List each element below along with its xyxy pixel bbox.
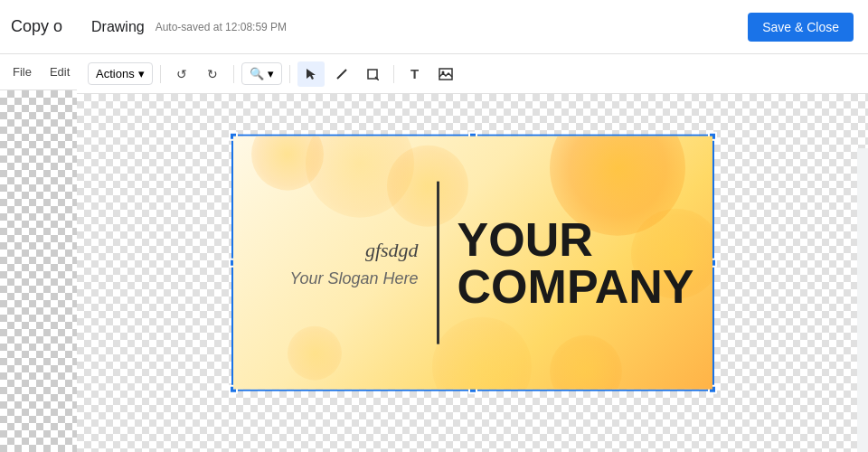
- svg-marker-0: [307, 69, 316, 80]
- redo-drawing-button[interactable]: ↻: [199, 61, 226, 87]
- redo-drawing-icon: ↻: [207, 67, 218, 81]
- autosaved-text: Auto-saved at 12:08:59 PM: [156, 21, 287, 33]
- separator-1: [160, 65, 161, 83]
- company-name-small: gfsdgd: [251, 238, 419, 261]
- shapes-tool-button[interactable]: [359, 61, 386, 87]
- separator-3: [289, 65, 290, 83]
- zoom-icon: 🔍: [250, 67, 264, 80]
- drawing-header: Drawing Auto-saved at 12:08:59 PM Save &…: [77, 0, 868, 54]
- card-left: gfsdgd Your Slogan Here: [233, 220, 437, 306]
- shapes-icon: [366, 68, 379, 80]
- separator-2: [233, 65, 234, 83]
- actions-dropdown[interactable]: Actions ▾: [88, 62, 153, 85]
- selection-box: gfsdgd Your Slogan Here YOUR COMPANY: [231, 135, 714, 391]
- undo-drawing-icon: ↺: [176, 67, 187, 81]
- actions-chevron-icon: ▾: [138, 67, 145, 80]
- company-name-large: YOUR COMPANY: [458, 216, 694, 310]
- company-line-2: COMPANY: [458, 263, 694, 310]
- zoom-control[interactable]: 🔍 ▾: [241, 62, 282, 85]
- text-tool-button[interactable]: T: [401, 61, 429, 87]
- company-line-1: YOUR: [458, 216, 694, 263]
- image-tool-button[interactable]: [432, 61, 459, 87]
- drawing-canvas-area: gfsdgd Your Slogan Here YOUR COMPANY: [77, 94, 868, 452]
- cursor-tool-button[interactable]: [297, 61, 325, 87]
- drawing-title: Drawing: [91, 19, 145, 35]
- slogan-text: Your Slogan Here: [251, 268, 419, 287]
- edit-menu[interactable]: Edit: [44, 61, 75, 82]
- save-close-button[interactable]: Save & Close: [748, 13, 854, 42]
- image-icon: [439, 68, 453, 80]
- drawing-toolbar: Actions ▾ ↺ ↻ 🔍 ▾: [77, 54, 868, 94]
- card-right: YOUR COMPANY: [439, 198, 712, 328]
- file-menu[interactable]: File: [7, 61, 37, 82]
- right-scrollbar[interactable]: [857, 148, 868, 452]
- svg-line-1: [337, 70, 346, 79]
- text-tool-icon: T: [410, 66, 419, 81]
- business-card-container[interactable]: gfsdgd Your Slogan Here YOUR COMPANY: [231, 135, 714, 391]
- docs-title: Copy o: [11, 17, 62, 36]
- zoom-chevron-icon: ▾: [268, 67, 274, 80]
- card-content: gfsdgd Your Slogan Here YOUR COMPANY: [233, 137, 712, 390]
- cursor-icon: [305, 68, 317, 80]
- undo-drawing-button[interactable]: ↺: [168, 61, 195, 87]
- line-tool-button[interactable]: [328, 61, 355, 87]
- separator-4: [393, 65, 394, 83]
- business-card: gfsdgd Your Slogan Here YOUR COMPANY: [233, 137, 712, 390]
- line-icon: [335, 68, 348, 80]
- drawing-modal: Drawing Auto-saved at 12:08:59 PM Save &…: [77, 0, 868, 452]
- actions-label: Actions: [96, 67, 135, 80]
